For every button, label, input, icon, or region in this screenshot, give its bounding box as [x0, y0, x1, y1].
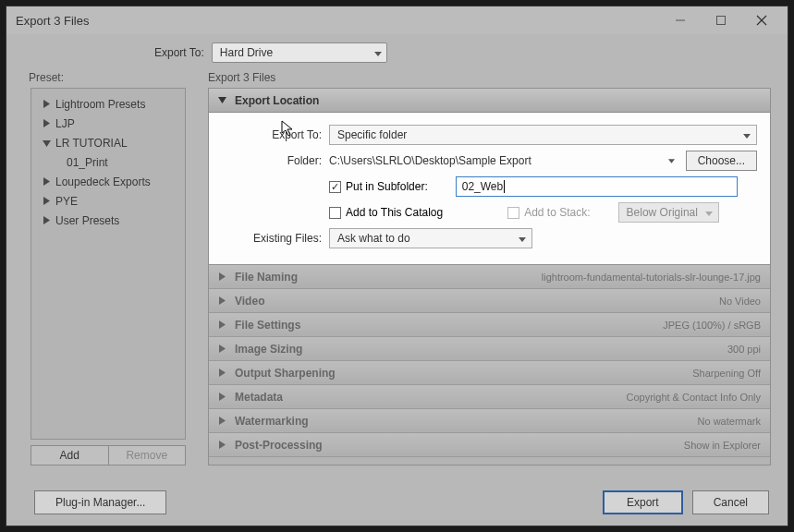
triangle-right-icon [41, 177, 52, 186]
export-to-row: Export To: Hard Drive [6, 34, 788, 71]
export-to-inner-label: Export To: [222, 128, 329, 141]
preset-item[interactable]: PYE [31, 191, 185, 211]
choose-folder-button[interactable]: Choose... [686, 151, 757, 171]
preset-item[interactable]: Loupedeck Exports [31, 172, 185, 191]
minimize-button[interactable] [660, 7, 701, 33]
panel-summary: Copyright & Contact Info Only [626, 392, 761, 403]
triangle-down-icon [41, 139, 52, 147]
add-to-catalog-checkbox[interactable] [329, 207, 341, 219]
export-to-label: Export To: [154, 46, 204, 59]
titlebar: Export 3 Files [6, 6, 788, 34]
chevron-down-icon [519, 232, 526, 245]
export-location-header[interactable]: Export Location [209, 89, 770, 113]
triangle-right-icon [218, 417, 231, 425]
panel-summary: 300 ppi [727, 344, 761, 355]
panel-title: Video [235, 295, 264, 308]
export-location-body: Export To: Specific folder Folder: C:\Us… [209, 113, 770, 265]
folder-label: Folder: [222, 154, 329, 167]
triangle-right-icon [41, 197, 52, 205]
panel-header[interactable]: Output SharpeningSharpening Off [209, 361, 770, 385]
panel-summary: Sharpening Off [692, 368, 761, 379]
panel-title: Post-Processing [235, 439, 323, 452]
panel-header[interactable]: MetadataCopyright & Contact Info Only [209, 385, 770, 409]
triangle-right-icon [41, 119, 52, 127]
existing-files-label: Existing Files: [222, 232, 329, 245]
triangle-right-icon [218, 272, 231, 281]
export-to-folder-select[interactable]: Specific folder [329, 125, 757, 145]
preset-label: 01_Print [67, 156, 108, 169]
triangle-right-icon [218, 393, 231, 401]
cancel-button[interactable]: Cancel [692, 490, 769, 514]
preset-item[interactable]: LJP [31, 114, 185, 133]
triangle-right-icon [218, 369, 231, 377]
add-preset-button[interactable]: Add [31, 445, 109, 466]
triangle-right-icon [218, 296, 231, 305]
panel-header[interactable]: Post-ProcessingShow in Explorer [209, 433, 770, 457]
preset-label: LJP [55, 117, 75, 130]
panel-header[interactable]: VideoNo Video [209, 289, 770, 313]
panel-header[interactable]: Image Sizing300 ppi [209, 337, 770, 361]
maximize-button[interactable] [701, 7, 741, 33]
preset-label: Lightroom Presets [55, 98, 145, 111]
footer: Plug-in Manager... Export Cancel [6, 479, 788, 526]
export-button[interactable]: Export [603, 490, 683, 514]
panel-summary: No Video [719, 296, 761, 307]
preset-label: User Presets [55, 214, 119, 227]
panel-title: Metadata [235, 391, 283, 404]
existing-files-select[interactable]: Ask what to do [329, 228, 532, 248]
put-in-subfolder-checkbox[interactable] [329, 181, 341, 193]
preset-heading: Preset: [29, 71, 186, 84]
preset-item[interactable]: User Presets [31, 211, 185, 230]
triangle-down-icon [218, 96, 231, 104]
window-title: Export 3 Files [16, 14, 660, 28]
subfolder-value: 02_Web [462, 180, 503, 193]
export-dialog: Export 3 Files Export To: Hard Drive Pre… [6, 6, 788, 526]
preset-item[interactable]: LR TUTORIAL [31, 133, 185, 152]
folder-path: C:\Users\SLRLO\Desktop\Sample Export [329, 154, 664, 167]
panel-summary: JPEG (100%) / sRGB [663, 320, 761, 331]
chevron-down-icon [743, 128, 751, 141]
panel-title: Output Sharpening [235, 367, 336, 380]
panel-stack: Export Location Export To: Specific fold… [208, 88, 771, 466]
add-to-catalog-label: Add to This Catalog [346, 206, 443, 219]
preset-tree[interactable]: Lightroom PresetsLJPLR TUTORIAL01_PrintL… [31, 88, 186, 440]
export-to-value: Hard Drive [220, 46, 273, 59]
plugin-manager-button[interactable]: Plug-in Manager... [34, 490, 166, 514]
export-location-title: Export Location [235, 94, 319, 107]
svg-rect-1 [717, 17, 726, 25]
panel-title: File Settings [235, 319, 300, 332]
folder-menu-dropdown[interactable] [664, 159, 680, 163]
preset-item[interactable]: Lightroom Presets [31, 94, 185, 114]
panel-summary: Show in Explorer [684, 440, 761, 451]
panel-summary: No watermark [698, 416, 761, 427]
preset-label: LR TUTORIAL [55, 137, 128, 150]
triangle-right-icon [41, 216, 52, 224]
existing-files-value: Ask what to do [337, 232, 410, 245]
export-to-folder-value: Specific folder [337, 128, 407, 141]
add-to-stack-checkbox [507, 207, 519, 219]
close-button[interactable] [741, 7, 782, 33]
preset-label: PYE [55, 195, 78, 208]
stack-position-select: Below Original [618, 202, 719, 223]
remove-preset-button[interactable]: Remove [109, 445, 187, 466]
panel-title: File Naming [235, 271, 298, 284]
panel-header[interactable]: File Naminglightroom-fundamental-tutoria… [209, 265, 770, 289]
add-to-stack-label: Add to Stack: [524, 206, 590, 219]
chevron-down-icon [374, 46, 382, 59]
panel-title: Watermarking [235, 415, 309, 428]
triangle-right-icon [41, 100, 52, 108]
triangle-right-icon [218, 320, 231, 329]
chevron-down-icon [705, 206, 713, 219]
panel-summary: lightroom-fundamental-tutorials-slr-loun… [542, 272, 761, 283]
triangle-right-icon [218, 441, 231, 449]
triangle-right-icon [218, 345, 231, 353]
export-to-select[interactable]: Hard Drive [212, 42, 387, 63]
panel-header[interactable]: File SettingsJPEG (100%) / sRGB [209, 313, 770, 337]
put-in-subfolder-label: Put in Subfolder: [346, 180, 428, 193]
preset-child-item[interactable]: 01_Print [31, 152, 185, 172]
subfolder-input[interactable]: 02_Web [456, 176, 738, 197]
panel-title: Image Sizing [235, 343, 302, 356]
preset-label: Loupedeck Exports [55, 175, 151, 188]
panel-header[interactable]: WatermarkingNo watermark [209, 409, 770, 433]
right-heading: Export 3 Files [208, 71, 771, 84]
